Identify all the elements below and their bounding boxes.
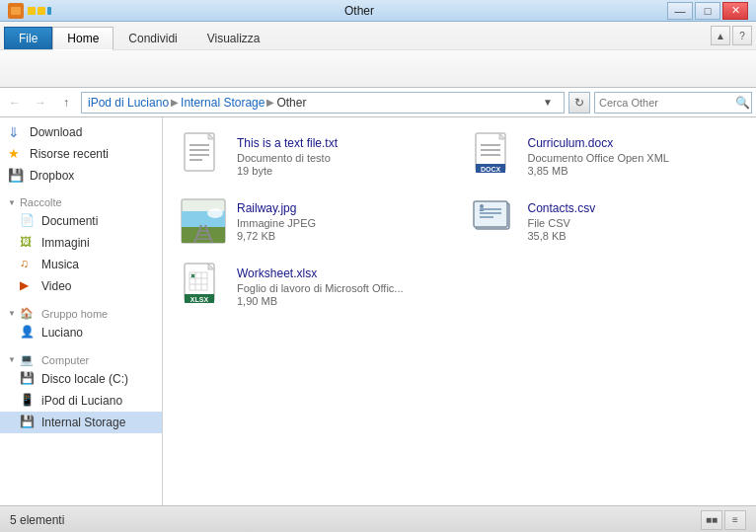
address-bar: ← → ↑ iPod di Luciano ▶ Internal Storage… — [0, 88, 756, 117]
view-buttons: ■■ ≡ — [701, 510, 746, 530]
title-bar: Other — □ ✕ — [0, 0, 756, 22]
tab-visualizza[interactable]: Visualizza — [192, 27, 275, 49]
file-name-text: This is a text file.txt — [237, 136, 449, 150]
refresh-button[interactable]: ↻ — [568, 92, 590, 114]
sidebar-item-download[interactable]: ⇓ Download — [0, 121, 162, 143]
status-text: 5 elementi — [10, 513, 64, 527]
music-icon: ♫ — [20, 257, 36, 272]
back-button[interactable]: ← — [4, 92, 26, 114]
file-item-curriculum[interactable]: DOCX Curriculum.docx Documento Office Op… — [462, 125, 749, 187]
maximize-button[interactable]: □ — [695, 2, 720, 20]
sidebar-item-dropbox-label: Dropbox — [30, 169, 74, 183]
home-group-icon: 🏠 — [20, 307, 34, 320]
svg-point-27 — [480, 204, 484, 208]
storage-icon: 💾 — [20, 415, 36, 430]
jpg-file-icon — [180, 197, 227, 245]
svg-text:XLSX: XLSX — [190, 296, 209, 303]
content-area: This is a text file.txt Documento di tes… — [163, 117, 756, 505]
sidebar-item-documenti-label: Documenti — [41, 214, 98, 228]
sidebar-item-recenti-label: Risorse recenti — [30, 147, 109, 161]
xlsx-file-icon: XLSX — [180, 263, 227, 310]
sidebar-item-internal-storage[interactable]: 💾 Internal Storage — [0, 412, 162, 433]
status-bar: 5 elementi ■■ ≡ — [0, 505, 756, 532]
ribbon-content — [0, 49, 756, 87]
sidebar-item-musica-label: Musica — [41, 258, 79, 271]
breadcrumb: iPod di Luciano ▶ Internal Storage ▶ Oth… — [81, 92, 565, 114]
sidebar-section-favorites: ⇓ Download ★ Risorse recenti 💾 Dropbox — [0, 121, 162, 187]
file-name-curriculum: Curriculum.docx — [528, 136, 740, 150]
file-info-worksheet: Worksheet.xlsx Foglio di lavoro di Micro… — [237, 266, 449, 307]
raccolte-header-label: Raccolte — [20, 196, 62, 208]
docs-icon: 📄 — [20, 213, 36, 229]
docx-file-icon: DOCX — [471, 132, 518, 180]
gruppo-arrow: ▼ — [8, 309, 16, 318]
file-item-worksheet[interactable]: XLSX Worksheet.xlsx Foglio di lavoro di … — [171, 256, 458, 317]
download-icon: ⇓ — [8, 124, 24, 140]
svg-point-16 — [207, 208, 223, 218]
sidebar-item-ipod[interactable]: 📱 iPod di Luciano — [0, 390, 162, 412]
sidebar-item-disco-c[interactable]: 💾 Disco locale (C:) — [0, 368, 162, 390]
sidebar-section-gruppo-header[interactable]: ▼ 🏠 Gruppo home — [0, 301, 162, 322]
csv-file-icon — [471, 197, 518, 245]
file-type-contacts: File CSV — [528, 217, 740, 229]
close-button[interactable]: ✕ — [722, 2, 748, 20]
minimize-button[interactable]: — — [667, 2, 693, 20]
raccolte-arrow: ▼ — [8, 198, 16, 207]
file-size-railway: 9,72 KB — [237, 230, 449, 242]
file-type-text: Documento di testo — [237, 152, 449, 164]
svg-rect-23 — [474, 201, 507, 227]
svg-text:DOCX: DOCX — [480, 166, 500, 173]
drive-icon: 💾 — [20, 371, 36, 387]
view-large-icons-button[interactable]: ■■ — [701, 510, 722, 530]
tab-home[interactable]: Home — [52, 27, 113, 50]
txt-file-icon — [180, 132, 227, 180]
breadcrumb-internal-storage[interactable]: Internal Storage — [181, 96, 265, 110]
breadcrumb-sep-1: ▶ — [171, 97, 179, 108]
sidebar-item-luciano-label: Luciano — [41, 326, 83, 340]
sidebar-item-documenti[interactable]: 📄 Documenti — [0, 210, 162, 232]
ribbon-collapse-button[interactable]: ▲ — [711, 26, 730, 45]
sidebar-item-immagini[interactable]: 🖼 Immagini — [0, 232, 162, 254]
video-icon: ▶ — [20, 278, 36, 294]
ribbon: File Home Condividi Visualizza ▲ ? — [0, 22, 756, 88]
tab-file[interactable]: File — [4, 27, 52, 49]
view-list-button[interactable]: ≡ — [724, 510, 746, 530]
sidebar-item-ipod-label: iPod di Luciano — [41, 394, 122, 408]
sidebar-item-immagini-label: Immagini — [41, 236, 90, 250]
search-input[interactable] — [599, 97, 735, 109]
file-item-contacts[interactable]: Contacts.csv File CSV 35,8 KB — [462, 190, 749, 252]
user-icon: 👤 — [20, 325, 36, 341]
file-size-worksheet: 1,90 MB — [237, 295, 449, 307]
tab-condividi[interactable]: Condividi — [113, 27, 191, 49]
sidebar: ⇓ Download ★ Risorse recenti 💾 Dropbox ▼… — [0, 117, 163, 505]
file-item-railway[interactable]: Railway.jpg Immagine JPEG 9,72 KB — [171, 190, 458, 252]
forward-button[interactable]: → — [30, 92, 51, 114]
file-info-contacts: Contacts.csv File CSV 35,8 KB — [528, 201, 740, 242]
sidebar-section-raccolte-header[interactable]: ▼ Raccolte — [0, 190, 162, 210]
file-name-railway: Railway.jpg — [237, 201, 449, 215]
sidebar-item-disco-c-label: Disco locale (C:) — [41, 372, 128, 386]
breadcrumb-dropdown-button[interactable]: ▼ — [538, 94, 558, 112]
window-title: Other — [51, 4, 667, 18]
help-button[interactable]: ? — [732, 26, 752, 45]
sidebar-section-raccolte: ▼ Raccolte 📄 Documenti 🖼 Immagini ♫ Musi… — [0, 190, 162, 297]
file-item-text[interactable]: This is a text file.txt Documento di tes… — [171, 125, 458, 187]
breadcrumb-ipod[interactable]: iPod di Luciano — [88, 96, 169, 110]
svg-rect-14 — [182, 225, 225, 243]
sidebar-section-gruppo: ▼ 🏠 Gruppo home 👤 Luciano — [0, 301, 162, 343]
file-info-curriculum: Curriculum.docx Documento Office Open XM… — [528, 136, 740, 177]
sidebar-section-computer-header[interactable]: ▼ 💻 Computer — [0, 347, 162, 368]
sidebar-item-video-label: Video — [41, 279, 71, 293]
sidebar-item-download-label: Download — [30, 125, 82, 139]
computer-header-label: Computer — [41, 354, 89, 366]
sidebar-item-dropbox[interactable]: 💾 Dropbox — [0, 165, 162, 187]
up-button[interactable]: ↑ — [55, 92, 77, 114]
sidebar-item-luciano[interactable]: 👤 Luciano — [0, 322, 162, 343]
breadcrumb-sep-2: ▶ — [266, 97, 274, 108]
file-name-worksheet: Worksheet.xlsx — [237, 266, 449, 280]
breadcrumb-other: Other — [276, 96, 306, 110]
sidebar-item-recenti[interactable]: ★ Risorse recenti — [0, 143, 162, 165]
sidebar-section-computer: ▼ 💻 Computer 💾 Disco locale (C:) 📱 iPod … — [0, 347, 162, 433]
sidebar-item-musica[interactable]: ♫ Musica — [0, 254, 162, 275]
sidebar-item-video[interactable]: ▶ Video — [0, 275, 162, 297]
